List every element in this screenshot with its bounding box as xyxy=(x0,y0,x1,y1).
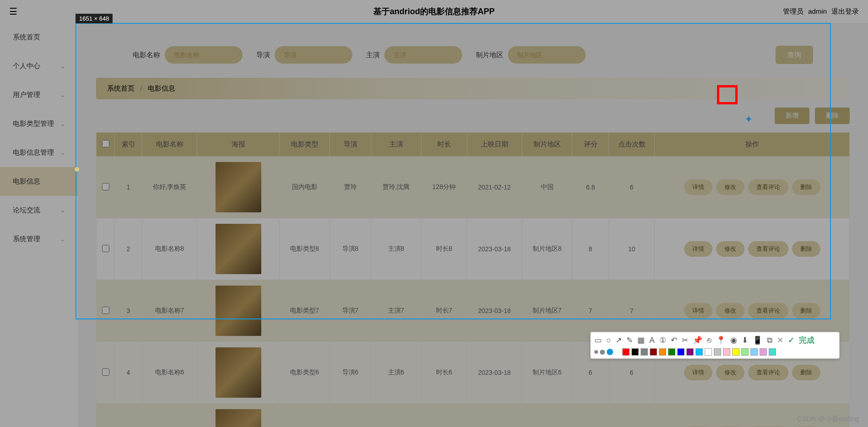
done-button[interactable]: 完成 xyxy=(799,335,814,346)
rect-icon[interactable]: ▭ xyxy=(594,335,602,345)
sidebar-item-3[interactable]: 电影类型管理⌄ xyxy=(0,109,78,138)
cell: 电影类型5 xyxy=(280,404,330,427)
sidebar-item-0[interactable]: 系统首页 xyxy=(0,23,78,52)
sidebar-item-label: 系统首页 xyxy=(13,33,40,42)
color-swatch[interactable] xyxy=(695,348,703,356)
crosshair-icon: ✦ xyxy=(744,114,753,125)
cut-icon[interactable]: ✂ xyxy=(682,335,688,345)
cell: 制片地区6 xyxy=(522,342,572,404)
cell: 时长6 xyxy=(421,342,467,404)
color-swatch[interactable] xyxy=(668,348,675,356)
pin-c-icon[interactable]: 📍 xyxy=(716,335,726,345)
cell: 制片地区5 xyxy=(522,404,572,427)
close-icon[interactable]: ✕ xyxy=(777,335,783,345)
color-swatch[interactable] xyxy=(677,348,685,356)
color-swatch[interactable] xyxy=(723,348,730,356)
color-swatch[interactable] xyxy=(732,348,739,356)
poster-image[interactable] xyxy=(216,409,261,427)
cell: 主演5 xyxy=(371,404,421,427)
arrow-icon[interactable]: ↗ xyxy=(615,335,622,345)
table-row: 5电影名称5电影类型5导演5主演5时长52023-03-18制片地区555详情修… xyxy=(97,404,850,427)
mosaic-icon[interactable]: ▦ xyxy=(637,335,645,345)
menu-collapse-icon[interactable]: ☰ xyxy=(9,6,17,17)
color-swatch[interactable] xyxy=(686,348,694,356)
cell: 2023-03-18 xyxy=(467,342,522,404)
app-header: ☰ 基于andriod的电影信息推荐APP 管理员 admin 退出登录 xyxy=(0,0,868,23)
brush-size[interactable] xyxy=(594,350,598,354)
color-swatch[interactable] xyxy=(641,348,648,356)
phone-icon[interactable]: 📱 xyxy=(753,335,762,345)
annotation-red-box[interactable] xyxy=(717,85,738,104)
color-swatch[interactable] xyxy=(760,348,767,356)
color-swatch[interactable] xyxy=(650,348,657,356)
chevron-down-icon: ⌄ xyxy=(60,92,65,98)
cell: 4 xyxy=(115,342,142,404)
color-swatch[interactable] xyxy=(750,348,758,356)
color-swatch[interactable] xyxy=(631,348,639,356)
sidebar-item-label: 电影信息 xyxy=(13,177,40,186)
cell: 时长5 xyxy=(421,404,467,427)
cell: 2023-03-18 xyxy=(467,404,522,427)
sidebar-item-1[interactable]: 个人中心⌄ xyxy=(0,52,78,81)
cell: 电影类型6 xyxy=(280,342,330,404)
app-title: 基于andriod的电影信息推荐APP xyxy=(373,6,495,17)
sidebar-item-4[interactable]: 电影信息管理⌄ xyxy=(0,138,78,167)
sidebar-item-label: 论坛交流 xyxy=(13,206,40,215)
cell: 导演6 xyxy=(330,342,371,404)
cell: 5 xyxy=(572,404,609,427)
color-swatch[interactable] xyxy=(741,348,749,356)
cell xyxy=(197,342,280,404)
pin-a-icon[interactable]: 📌 xyxy=(693,335,702,345)
cell xyxy=(197,404,280,427)
color-swatch[interactable] xyxy=(659,348,666,356)
circle-icon[interactable]: ○ xyxy=(606,336,611,345)
user-name: admin xyxy=(808,7,827,16)
color-swatch[interactable] xyxy=(705,348,712,356)
undo-icon[interactable]: ↶ xyxy=(671,335,677,345)
sidebar-item-label: 个人中心 xyxy=(13,62,40,70)
cell: 主演6 xyxy=(371,342,421,404)
sidebar-item-5[interactable]: 电影信息 xyxy=(0,167,78,196)
logout-link[interactable]: 退出登录 xyxy=(831,7,859,16)
color-swatch[interactable] xyxy=(714,348,721,356)
record-icon[interactable]: ◉ xyxy=(730,335,737,345)
download-icon[interactable]: ⬇ xyxy=(742,335,748,345)
sidebar-item-label: 电影类型管理 xyxy=(13,119,54,128)
brush-size[interactable] xyxy=(600,350,605,355)
screenshot-toolbar: ▭○↗✎▦A①↶✂📌⎋📍◉⬇📱⧉✕✓完成 xyxy=(590,332,840,359)
cell: 5 xyxy=(609,404,655,427)
chevron-down-icon: ⌄ xyxy=(60,207,65,214)
sidebar-item-label: 电影信息管理 xyxy=(13,148,54,157)
color-swatch[interactable] xyxy=(622,348,630,356)
watermark: CSDN @小蔡coding xyxy=(797,415,859,423)
window-icon[interactable]: ⧉ xyxy=(767,336,772,345)
selection-handle[interactable] xyxy=(75,167,79,172)
row-checkbox[interactable] xyxy=(102,368,109,376)
cell: 导演5 xyxy=(330,404,371,427)
chevron-down-icon: ⌄ xyxy=(60,236,65,243)
sidebar-item-7[interactable]: 系统管理⌄ xyxy=(0,225,78,254)
ok-icon[interactable]: ✓ xyxy=(788,335,794,345)
cell: 5 xyxy=(115,404,142,427)
sidebar-item-6[interactable]: 论坛交流⌄ xyxy=(0,196,78,225)
text-icon[interactable]: A xyxy=(649,336,654,345)
sidebar-item-2[interactable]: 用户管理⌄ xyxy=(0,81,78,109)
row-btn-修改[interactable]: 修改 xyxy=(716,365,744,380)
selection-size-badge: 1651 × 648 xyxy=(75,14,113,23)
cell xyxy=(97,342,115,404)
chevron-down-icon: ⌄ xyxy=(60,150,65,156)
chevron-down-icon: ⌄ xyxy=(60,63,65,70)
row-btn-删除[interactable]: 删除 xyxy=(792,365,820,380)
poster-image[interactable] xyxy=(216,347,261,398)
color-swatch[interactable] xyxy=(769,348,776,356)
row-btn-详情[interactable]: 详情 xyxy=(684,365,712,380)
chevron-down-icon: ⌄ xyxy=(60,121,65,127)
sidebar: 系统首页个人中心⌄用户管理⌄电影类型管理⌄电影信息管理⌄电影信息论坛交流⌄系统管… xyxy=(0,23,78,427)
serial-icon[interactable]: ① xyxy=(659,335,666,345)
sidebar-item-label: 系统管理 xyxy=(13,235,40,243)
row-btn-查看评论[interactable]: 查看评论 xyxy=(748,365,788,380)
brush-size[interactable] xyxy=(607,349,613,355)
pin-b-icon[interactable]: ⎋ xyxy=(707,336,712,345)
pen-icon[interactable]: ✎ xyxy=(626,335,633,345)
sidebar-item-label: 用户管理 xyxy=(13,91,40,99)
